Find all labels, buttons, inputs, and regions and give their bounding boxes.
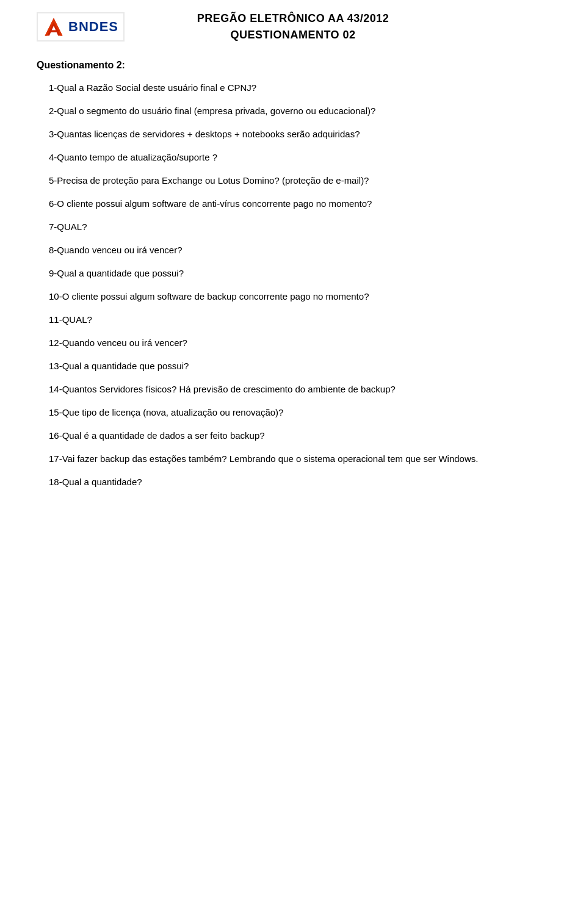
question-7: 7-QUAL? [37, 220, 549, 234]
question-16: 16-Qual é a quantidade de dados a ser fe… [37, 428, 549, 443]
svg-rect-3 [49, 30, 59, 32]
question-17: 17-Vai fazer backup das estações também?… [37, 452, 549, 466]
question-2: 2-Qual o segmento do usuário final (empr… [37, 104, 549, 118]
logo-area: BNDES [37, 12, 125, 42]
question-1: 1-Qual a Razão Social deste usuário fina… [37, 81, 549, 95]
question-9: 9-Qual a quantidade que possui? [37, 266, 549, 281]
question-18: 18-Qual a quantidade? [37, 475, 549, 489]
question-10: 10-O cliente possui algum software de ba… [37, 289, 549, 304]
question-4: 4-Quanto tempo de atualização/suporte ? [37, 150, 549, 165]
logo-text: BNDES [68, 19, 118, 35]
logo-box: BNDES [37, 12, 125, 42]
question-3: 3-Quantas licenças de servidores + deskt… [37, 127, 549, 142]
section-label: Questionamento 2: [37, 60, 549, 71]
question-14: 14-Quantos Servidores físicos? Há previs… [37, 382, 549, 397]
question-8: 8-Quando venceu ou irá vencer? [37, 243, 549, 258]
question-15: 15-Que tipo de licença (nova, atualizaçã… [37, 405, 549, 420]
question-5: 5-Precisa de proteção para Exchange ou L… [37, 173, 549, 188]
question-12: 12-Quando venceu ou irá vencer? [37, 336, 549, 350]
question-11: 11-QUAL? [37, 312, 549, 327]
question-6: 6-O cliente possui algum software de ant… [37, 197, 549, 211]
question-13: 13-Qual a quantidade que possui? [37, 359, 549, 374]
page-header: BNDES PREGÃO ELETRÔNICO AA 43/2012 QUEST… [37, 12, 549, 42]
bndes-logo-icon [43, 16, 65, 38]
